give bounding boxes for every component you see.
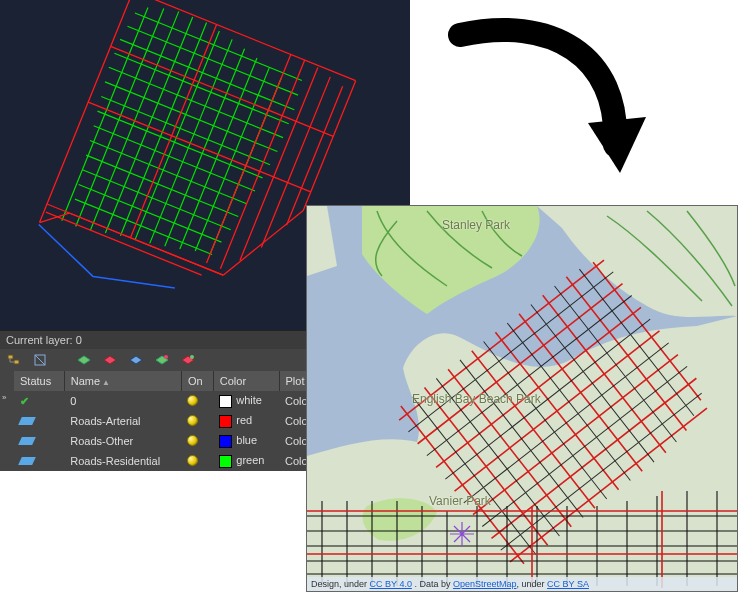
svg-rect-1 [14, 360, 19, 364]
col-color[interactable]: Color [213, 371, 279, 391]
layer-name-cell: Roads-Arterial [64, 411, 181, 431]
map-label-stanley-park: Stanley Park [442, 218, 510, 232]
map-label-english-bay: English Bay Beach Park [412, 392, 541, 406]
layer-name-cell: Roads-Residential [64, 451, 181, 471]
col-status[interactable]: Status [14, 371, 64, 391]
collapse-chevron-icon[interactable]: » [2, 393, 6, 402]
set-current-icon[interactable] [154, 352, 170, 368]
bulb-on-icon[interactable] [187, 395, 198, 406]
color-swatch[interactable] [219, 435, 232, 448]
delete-layer-icon[interactable] [128, 352, 144, 368]
current-layer-label: Current layer: 0 [6, 331, 82, 349]
layer-icon [18, 437, 36, 445]
col-on[interactable]: On [181, 371, 213, 391]
new-layer-icon[interactable] [76, 352, 92, 368]
col-name[interactable]: Name▲ [64, 371, 181, 391]
filter-tree-icon[interactable] [6, 352, 22, 368]
bulb-on-icon[interactable] [187, 435, 198, 446]
layer-icon [18, 417, 36, 425]
layer-states-icon[interactable] [180, 352, 196, 368]
svg-point-3 [164, 355, 168, 359]
active-layer-check-icon: ✔ [20, 395, 29, 407]
transform-arrow-icon [420, 5, 670, 205]
map-attribution-bar: Design, under CC BY 4.0 . Data by OpenSt… [307, 577, 737, 591]
invert-filter-icon[interactable] [32, 352, 48, 368]
color-swatch[interactable] [219, 455, 232, 468]
layer-name-cell: Roads-Other [64, 431, 181, 451]
svg-point-4 [190, 355, 194, 359]
attrib-link[interactable]: OpenStreetMap [453, 579, 517, 589]
bulb-on-icon[interactable] [187, 455, 198, 466]
layer-icon [18, 457, 36, 465]
bulb-on-icon[interactable] [187, 415, 198, 426]
attrib-link[interactable]: CC BY SA [547, 579, 589, 589]
sort-asc-icon: ▲ [102, 378, 110, 387]
map-label-vanier: Vanier Park [429, 494, 491, 508]
attrib-link[interactable]: CC BY 4.0 [370, 579, 412, 589]
svg-rect-0 [8, 355, 13, 359]
color-swatch[interactable] [219, 395, 232, 408]
gis-map-pane[interactable]: Stanley Park English Bay Beach Park Vani… [306, 205, 738, 592]
layer-name-cell: 0 [64, 391, 181, 411]
color-swatch[interactable] [219, 415, 232, 428]
new-layer-freeze-icon[interactable] [102, 352, 118, 368]
